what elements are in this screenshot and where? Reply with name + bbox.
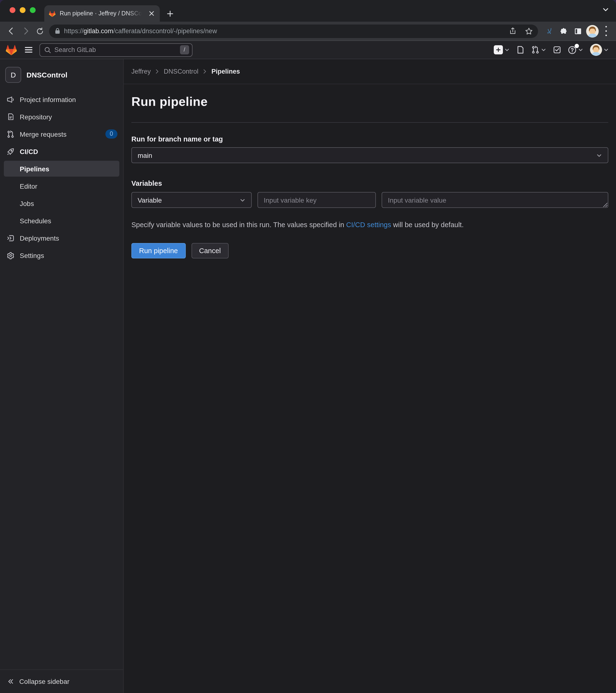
- close-window-button[interactable]: [9, 7, 15, 13]
- cicd-settings-link[interactable]: CI/CD settings: [346, 221, 391, 229]
- variable-value-wrap: [382, 192, 608, 208]
- chevron-down-icon: [504, 47, 510, 53]
- gitlab-favicon-icon: [48, 10, 56, 17]
- new-menu-button[interactable]: [491, 43, 512, 57]
- chevron-down-icon: [541, 47, 546, 53]
- zoom-window-button[interactable]: [30, 7, 36, 13]
- variables-helper-text: Specify variable values to be used in th…: [132, 221, 608, 229]
- chevron-down-icon: [603, 47, 609, 53]
- variables-label: Variables: [132, 179, 608, 187]
- branch-field-label: Run for branch name or tag: [132, 135, 608, 143]
- notification-dot: [575, 43, 579, 48]
- sidebar-item-cicd[interactable]: CI/CD: [0, 143, 123, 159]
- issues-button[interactable]: [514, 43, 527, 57]
- variable-type-value: Variable: [138, 196, 162, 204]
- breadcrumb: Jeffrey DNSControl Pipelines: [124, 59, 616, 84]
- project-name: DNSControl: [26, 71, 67, 79]
- branch-select[interactable]: main: [132, 147, 608, 163]
- browser-menu-kebab-icon[interactable]: [600, 25, 612, 37]
- merge-request-icon: [6, 130, 15, 138]
- run-pipeline-button[interactable]: Run pipeline: [132, 243, 185, 258]
- sidebar-item-label: Project information: [20, 96, 76, 103]
- sidebar-item-label: Repository: [20, 113, 52, 121]
- todos-button[interactable]: [551, 43, 563, 57]
- sidebar-item-label: CI/CD: [20, 147, 38, 155]
- search-input[interactable]: Search GitLab /: [39, 43, 193, 57]
- search-icon: [44, 46, 51, 53]
- tab-strip: Run pipeline · Jeffrey / DNSCon: [0, 0, 616, 22]
- help-button[interactable]: [565, 43, 586, 57]
- collapse-sidebar-button[interactable]: Collapse sidebar: [0, 669, 123, 693]
- sidebar-item-jobs[interactable]: Jobs: [0, 195, 123, 211]
- sidebar-item-repository[interactable]: Repository: [0, 109, 123, 125]
- sidebar-item-label: Pipelines: [20, 165, 49, 173]
- sidebar-item-label: Schedules: [20, 217, 51, 224]
- reload-icon[interactable]: [33, 24, 47, 38]
- forward-icon[interactable]: [18, 24, 33, 38]
- user-menu-button[interactable]: [588, 43, 611, 57]
- sidebar-item-pipelines[interactable]: Pipelines: [4, 161, 119, 177]
- sidebar-item-schedules[interactable]: Schedules: [0, 213, 123, 229]
- breadcrumb-jeffrey[interactable]: Jeffrey: [132, 68, 151, 75]
- sidebar-item-project-information[interactable]: Project information: [0, 92, 123, 107]
- variable-type-select[interactable]: Variable: [132, 192, 252, 208]
- gitlab-logo-icon[interactable]: [5, 43, 17, 56]
- gear-icon: [6, 252, 15, 259]
- branch-select-value: main: [138, 151, 152, 159]
- sidebar-item-label: Deployments: [20, 234, 59, 242]
- merge-requests-button[interactable]: [529, 43, 549, 57]
- extension-arrows-icon[interactable]: [542, 24, 556, 38]
- new-tab-button[interactable]: [164, 7, 176, 20]
- extensions-puzzle-icon[interactable]: [556, 24, 571, 38]
- sidebar-item-label: Settings: [20, 252, 44, 259]
- bullhorn-icon: [6, 96, 15, 103]
- user-avatar: [590, 44, 602, 56]
- cancel-button[interactable]: Cancel: [191, 243, 228, 258]
- chevron-down-icon: [240, 197, 245, 203]
- page-title: Run pipeline: [132, 94, 608, 109]
- double-chevron-left-icon: [7, 678, 14, 685]
- browser-toolbar: https://gitlab.com/cafferata/dnscontrol/…: [0, 22, 616, 41]
- sidebar-item-deployments[interactable]: Deployments: [0, 230, 123, 246]
- plus-icon: [494, 45, 503, 54]
- minimize-window-button[interactable]: [20, 7, 25, 13]
- sidebar-item-merge-requests[interactable]: Merge requests 0: [0, 126, 123, 142]
- project-header[interactable]: D DNSControl: [0, 64, 123, 92]
- browser-window: Run pipeline · Jeffrey / DNSCon: [0, 0, 616, 693]
- url-scheme: https://: [64, 27, 83, 35]
- rocket-icon: [6, 147, 15, 155]
- sidebar-item-label: Merge requests: [20, 130, 67, 138]
- breadcrumb-dnscontrol[interactable]: DNSControl: [164, 68, 199, 75]
- lock-icon: [55, 28, 60, 34]
- document-icon: [6, 113, 15, 120]
- url-path: /cafferata/dnscontrol/-/pipelines/new: [113, 27, 217, 35]
- bookmark-star-icon[interactable]: [523, 25, 535, 37]
- window-controls: [9, 7, 36, 13]
- address-bar[interactable]: https://gitlab.com/cafferata/dnscontrol/…: [49, 24, 538, 38]
- hamburger-menu-icon[interactable]: [21, 43, 36, 57]
- tab-search-chevron-icon[interactable]: [602, 6, 609, 13]
- sidebar-item-editor[interactable]: Editor: [0, 178, 123, 194]
- chevron-down-icon: [578, 47, 583, 53]
- main-content: Jeffrey DNSControl Pipelines Run pipelin…: [124, 59, 616, 693]
- tab-close-icon[interactable]: [147, 9, 156, 18]
- sidebar-item-label: Editor: [20, 182, 37, 190]
- gitlab-header-actions: [491, 43, 611, 57]
- breadcrumb-pipelines: Pipelines: [212, 68, 240, 75]
- gitlab-header: Search GitLab /: [0, 41, 616, 59]
- back-icon[interactable]: [4, 24, 18, 38]
- variable-row: Variable: [132, 192, 608, 208]
- helper-prefix: Specify variable values to be used in th…: [132, 221, 346, 229]
- title-divider: [132, 122, 608, 123]
- side-panel-icon[interactable]: [571, 24, 585, 38]
- url-host: gitlab.com: [83, 27, 113, 35]
- tab-title: Run pipeline · Jeffrey / DNSCon: [60, 10, 143, 17]
- search-placeholder: Search GitLab: [54, 46, 176, 54]
- browser-profile-avatar[interactable]: [586, 25, 599, 37]
- share-icon[interactable]: [506, 25, 519, 37]
- browser-tab[interactable]: Run pipeline · Jeffrey / DNSCon: [44, 5, 160, 22]
- variable-value-input[interactable]: [382, 192, 608, 208]
- variable-key-input[interactable]: [257, 192, 376, 208]
- breadcrumb-separator-icon: [155, 69, 160, 74]
- sidebar-item-settings[interactable]: Settings: [0, 248, 123, 263]
